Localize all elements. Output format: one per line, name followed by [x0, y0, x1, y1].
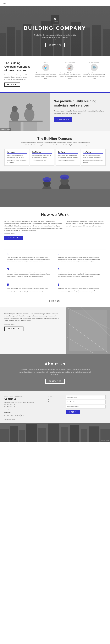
about-contact-button[interactable]: CONTACT US — [45, 379, 65, 384]
social-linkedin[interactable]: in — [20, 414, 24, 417]
num-text-2: Lorem ipsum dolor sit amet, consectetur … — [58, 257, 103, 262]
specialised-icon: ⚙️ — [91, 64, 98, 71]
three-div-right: RETAIL 🏪 Lorem ipsum dolor sit amet, con… — [34, 61, 105, 86]
num-text-1: Lorem ipsum dolor sit amet, consectetur … — [7, 257, 52, 262]
svg-rect-1 — [0, 32, 6, 56]
footer-address-input[interactable] — [66, 405, 105, 408]
hero-bg-image — [0, 6, 110, 56]
footer-name-input[interactable] — [66, 395, 105, 399]
bc-card-values: Our Values Our values describe the quali… — [81, 149, 106, 166]
how-work-section: How we Work We exist in the business of … — [0, 206, 110, 249]
bc-card-vision: Our Vision Duis aute irure dolor in repr… — [56, 149, 80, 166]
svg-rect-48 — [81, 430, 87, 442]
building-co-section: The Building Company Lorem ipsum dolor s… — [0, 131, 110, 172]
footer-links-heading: LINKS — [48, 395, 62, 397]
navigation: logo ☰ — [0, 0, 110, 6]
who-text-body: Velit scelerisque in dictum non consecte… — [5, 313, 62, 322]
wholesale-label: WHOLESALE — [59, 61, 81, 63]
footer-address: 2561 Lovely Street, Elgin St. 8965, 00-9… — [5, 402, 44, 404]
footer-city-image: Image from Freepik — [0, 423, 110, 442]
retail-text: Lorem ipsum dolor sit amet, consectetur … — [34, 72, 57, 79]
bc-purpose-text: Building Lives, Building Homes, Building… — [7, 155, 27, 164]
svg-point-18 — [26, 104, 33, 110]
follow-label: Follow us — [5, 412, 44, 413]
num-label-2: 2 — [58, 252, 103, 256]
svg-rect-49 — [89, 426, 99, 442]
who-we-are-button[interactable]: WHO WE ARE — [5, 326, 24, 331]
svg-point-29 — [43, 177, 51, 182]
read-more-button[interactable]: READ MORE — [46, 299, 64, 304]
who-image — [66, 307, 110, 354]
three-div-heading: The Building Company comprises of three … — [5, 61, 31, 72]
social-youtube[interactable]: y — [12, 414, 16, 417]
svg-point-17 — [24, 108, 35, 121]
footer-email-input[interactable] — [66, 400, 105, 404]
bc-vision-title: Our Vision — [58, 151, 78, 154]
bc-mission-text: We provide quality building materials an… — [32, 155, 52, 162]
num-text-5: Lorem ipsum dolor sit amet, consectetur … — [7, 288, 52, 293]
svg-point-30 — [60, 174, 69, 180]
svg-rect-45 — [48, 424, 59, 442]
svg-rect-3 — [16, 30, 21, 56]
retail-label: RETAIL — [34, 61, 57, 63]
division-specialised: SPECIALISED ⚙️ Lorem ipsum dolor sit ame… — [83, 61, 105, 86]
nav-menu-icon[interactable]: ☰ — [105, 2, 107, 5]
three-divisions-section: The Building Company comprises of three … — [0, 56, 110, 92]
svg-rect-5 — [33, 28, 40, 56]
num-text-4: Lorem ipsum dolor sit amet, consectetur … — [58, 272, 103, 278]
footer-contact-col: JOIN OUR NEWSLETTER Contact us 2561 Love… — [5, 395, 44, 420]
how-work-right: Duis aute irure dolor in reprehenderit i… — [66, 220, 105, 240]
who-image-svg — [66, 307, 110, 354]
quality-image-svg — [0, 93, 50, 131]
footer-submit-button[interactable]: SUBMIT — [66, 410, 80, 414]
wholesale-icon: 🏭 — [66, 64, 73, 71]
bc-card-purpose: Our purpose Building Lives, Building Hom… — [5, 149, 29, 166]
social-facebook[interactable]: f — [5, 414, 8, 417]
num-grid: 1 Lorem ipsum dolor sit amet, consectetu… — [5, 249, 105, 295]
quality-section: Image from Freepik We provide quality bu… — [0, 93, 110, 131]
svg-rect-11 — [92, 24, 101, 56]
footer-link-1[interactable]: LINK 1 — [48, 398, 62, 400]
three-div-left: The Building Company comprises of three … — [5, 61, 31, 86]
svg-rect-41 — [10, 426, 18, 442]
svg-rect-10 — [83, 28, 90, 56]
svg-rect-28 — [0, 189, 110, 206]
footer-city-caption: Image from Freepik — [101, 440, 109, 441]
svg-point-16 — [12, 106, 18, 112]
quality-body: Our buildings are shaped by their unique… — [54, 110, 105, 115]
num-label-1: 1 — [7, 252, 52, 256]
num-label-4: 4 — [58, 268, 103, 271]
social-instagram[interactable]: IG — [16, 414, 20, 417]
three-div-body: Lorem ipsum dolor sit amet, consectetur … — [5, 74, 31, 80]
how-work-image-caption: Image from Freepik — [5, 233, 62, 234]
specialised-text: Lorem ipsum dolor sit amet, consectetur … — [83, 72, 105, 79]
footer-link-2[interactable]: LINK 2 — [48, 400, 62, 403]
footer: JOIN OUR NEWSLETTER Contact us 2561 Love… — [0, 391, 110, 423]
num-item-5: 5 Lorem ipsum dolor sit amet, consectetu… — [5, 280, 55, 295]
num-label-6: 6 — [58, 283, 103, 286]
how-work-contact-button[interactable]: CONTACT US — [5, 236, 23, 240]
retail-icon: 🏪 — [42, 64, 49, 71]
svg-rect-44 — [38, 428, 46, 442]
quality-read-more[interactable]: READ MORE — [54, 117, 72, 122]
bc-purpose-title: Our purpose — [7, 151, 27, 154]
hero-image-credit: Image from Freepik. Get free from Freepi… — [45, 39, 65, 41]
footer-email: contact@buildingcompany.com — [5, 408, 44, 410]
num-text-6: Lorem ipsum dolor sit amet, consectetur … — [58, 288, 103, 293]
social-twitter[interactable]: t — [8, 414, 12, 417]
numbered-list-section: 1 Lorem ipsum dolor sit amet, consectetu… — [0, 249, 110, 307]
bc-cards: Our purpose Building Lives, Building Hom… — [5, 149, 105, 166]
svg-rect-33 — [69, 310, 107, 352]
svg-rect-50 — [100, 429, 110, 442]
hero-contact-button[interactable]: CONTACT US — [45, 43, 65, 47]
bc-values-title: Our Values — [83, 151, 103, 154]
num-label-5: 5 — [7, 283, 52, 286]
bc-card-mission: Our Mission We provide quality building … — [30, 149, 55, 166]
num-item-6: 6 Lorem ipsum dolor sit amet, consectetu… — [55, 280, 105, 295]
svg-rect-47 — [70, 425, 79, 442]
three-div-read-more[interactable]: READ MORE — [5, 82, 20, 86]
svg-rect-2 — [7, 27, 15, 56]
footer-tel: Tel: +25 - 635-18-41 — [5, 404, 44, 406]
num-item-2: 2 Lorem ipsum dolor sit amet, consectetu… — [55, 250, 105, 265]
quality-text: We provide quality building materials an… — [50, 93, 110, 131]
